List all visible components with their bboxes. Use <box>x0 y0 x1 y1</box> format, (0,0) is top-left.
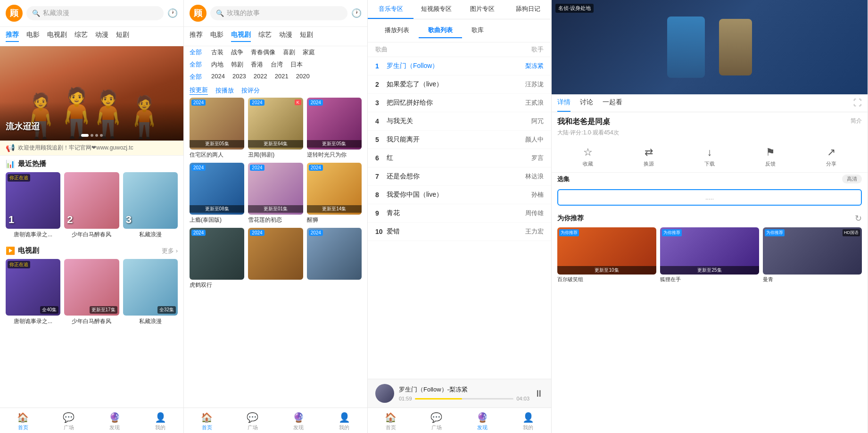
panel2-card-5[interactable]: 2024 更新至01集 雪花莲的初恋 <box>248 163 303 224</box>
panel2-filter-korean[interactable]: 韩剧 <box>231 60 243 69</box>
panel3-song-7[interactable]: 7 还是会想你 林达浪 <box>368 167 551 186</box>
panel1-tab-anime[interactable]: 动漫 <box>95 31 108 42</box>
panel4-tab-discuss[interactable]: 讨论 <box>580 94 593 112</box>
panel2-filter-label-3[interactable]: 全部 <box>190 73 202 81</box>
panel2-sort-play[interactable]: 按播放 <box>215 86 234 95</box>
panel3-tab-photo[interactable]: 图片专区 <box>460 0 505 19</box>
panel2-filter-2021[interactable]: 2021 <box>275 73 289 81</box>
panel1-hot-card-2[interactable]: 2 少年白马醉春风 <box>64 172 119 239</box>
panel1-nav-discover[interactable]: 🔮 发现 <box>92 412 138 431</box>
panel4-intro-label[interactable]: 简介 <box>851 117 862 125</box>
panel4-rec-card-3[interactable]: 为你推荐 HD国语 曼青 <box>763 227 862 283</box>
panel4-video[interactable]: 名侦·设身处地 <box>552 0 868 94</box>
panel2-tab-tv[interactable]: 电视剧 <box>231 31 251 42</box>
panel2-filter-label-1[interactable]: 全部 <box>190 48 202 57</box>
panel2-card-8[interactable]: 2024 <box>248 228 303 289</box>
panel1-tab-tv[interactable]: 电视剧 <box>47 31 67 42</box>
panel2-search-box[interactable]: 🔍 玫瑰的故事 <box>210 6 347 20</box>
panel2-filter-mainland[interactable]: 内地 <box>211 60 223 69</box>
panel2-card-9[interactable]: 2024 <box>307 228 362 289</box>
panel2-card-4[interactable]: 2024 更新至08集 上瘾(泰国版) <box>190 163 244 224</box>
panel2-filter-hk[interactable]: 香港 <box>251 60 263 69</box>
panel4-rec-card-2[interactable]: 为你推荐 更新至25集 狐狸在手 <box>660 227 759 283</box>
panel2-card-2[interactable]: 2024 K 更新至64集 丑闻(韩剧) <box>248 98 303 159</box>
panel3-tab-songlist[interactable]: 歌曲列表 <box>419 23 462 38</box>
panel1-tv-card-1[interactable]: 你正在追 全40集 唐朝诡事录之... <box>6 259 60 325</box>
panel1-nav-square[interactable]: 💬 广场 <box>46 412 91 431</box>
panel3-tab-music[interactable]: 音乐专区 <box>368 0 413 19</box>
panel2-filter-tw[interactable]: 台湾 <box>271 60 283 69</box>
panel4-action-download[interactable]: ↓ 下载 <box>679 146 740 167</box>
panel3-tab-playlist[interactable]: 播放列表 <box>375 23 419 38</box>
panel2-nav-discover[interactable]: 🔮 发现 <box>276 412 322 431</box>
panel4-tab-detail[interactable]: 详情 <box>557 94 570 112</box>
panel3-tab-library[interactable]: 歌库 <box>462 23 493 38</box>
panel4-refresh-icon[interactable]: ↻ <box>855 213 862 224</box>
panel3-song-5[interactable]: 5 我只能离开 颜人中 <box>368 131 551 149</box>
panel3-song-3[interactable]: 3 把回忆拼好给你 王贰浪 <box>368 94 551 112</box>
panel3-player-progress[interactable]: 01:59 04:03 <box>399 396 529 401</box>
panel1-tab-variety[interactable]: 综艺 <box>74 31 88 42</box>
panel1-tab-movie[interactable]: 电影 <box>26 31 40 42</box>
panel2-nav-home[interactable]: 🏠 首页 <box>184 412 230 431</box>
panel2-card-7[interactable]: 2024 虎鹤双行 <box>190 228 244 289</box>
panel4-action-feedback[interactable]: ⚑ 反馈 <box>740 146 801 167</box>
panel3-song-1[interactable]: 1 罗生门（Follow） 梨冻紧 <box>368 57 551 75</box>
panel3-song-6[interactable]: 6 红 罗言 <box>368 149 551 167</box>
panel1-hot-card-1[interactable]: 你正在追 1 唐朝诡事录之... <box>6 172 60 239</box>
panel2-filter-2020[interactable]: 2020 <box>296 73 310 81</box>
panel3-nav-square[interactable]: 💬 广场 <box>413 412 459 431</box>
panel1-clock-icon[interactable]: 🕐 <box>167 8 178 18</box>
panel4-rec-card-1[interactable]: 为你推荐 更新至10集 百尔破笑组 <box>557 227 656 283</box>
panel2-sort-score[interactable]: 按评分 <box>241 86 260 95</box>
panel2-filter-2024[interactable]: 2024 <box>211 73 225 81</box>
panel3-song-2[interactable]: 2 如果爱忘了（live） 汪苏泷 <box>368 75 551 94</box>
panel4-fullscreen-icon[interactable]: ⛶ <box>853 94 862 112</box>
panel3-song-8[interactable]: 8 我爱你中国（live） 孙楠 <box>368 186 551 204</box>
panel2-filter-comedy[interactable]: 喜剧 <box>283 48 295 57</box>
panel2-nav-me[interactable]: 👤 我的 <box>322 412 367 431</box>
panel2-card-6[interactable]: 2024 更新至14集 醒狮 <box>307 163 362 224</box>
panel1-tab-recommend[interactable]: 推荐 <box>6 31 19 42</box>
panel2-tab-movie[interactable]: 电影 <box>210 31 223 42</box>
panel1-hero-banner[interactable]: 🧍 🧍 🧍 🧍 流水迢迢 <box>0 46 183 141</box>
panel3-progress-bar[interactable] <box>415 398 514 400</box>
panel4-action-share[interactable]: ↗ 分享 <box>801 146 862 167</box>
panel1-tab-short[interactable]: 短剧 <box>116 31 129 42</box>
panel3-nav-home[interactable]: 🏠 首页 <box>368 412 413 431</box>
panel1-tv-card-2[interactable]: 更新至17集 少年白马醉春风 <box>64 259 119 325</box>
panel3-pause-btn[interactable]: ⏸ <box>534 388 544 399</box>
panel4-ep-selector[interactable]: ..... <box>557 189 862 206</box>
panel3-nav-me[interactable]: 👤 我的 <box>505 412 551 431</box>
panel2-tab-variety[interactable]: 综艺 <box>258 31 272 42</box>
panel2-filter-ancient[interactable]: 古装 <box>211 48 223 57</box>
panel4-action-collect[interactable]: ☆ 收藏 <box>557 146 618 167</box>
panel1-nav-me[interactable]: 👤 我的 <box>138 412 183 431</box>
panel3-tab-shortvideo[interactable]: 短视频专区 <box>413 0 459 19</box>
panel4-tab-together[interactable]: 一起看 <box>603 94 622 112</box>
panel2-filter-label-2[interactable]: 全部 <box>190 60 202 69</box>
panel2-card-1[interactable]: 2024 更新至05集 住宅区的两人 <box>190 98 244 159</box>
panel4-action-source[interactable]: ⇄ 换源 <box>618 146 679 167</box>
panel3-song-9[interactable]: 9 青花 周传雄 <box>368 204 551 223</box>
panel1-search-box[interactable]: 🔍 私藏浪漫 <box>26 6 164 20</box>
panel2-tab-recommend[interactable]: 推荐 <box>190 31 203 42</box>
panel3-tab-diary[interactable]: 舔狗日记 <box>505 0 551 19</box>
panel2-sort-update[interactable]: 按更新 <box>190 86 208 95</box>
panel2-filter-family[interactable]: 家庭 <box>303 48 315 57</box>
panel1-nav-home[interactable]: 🏠 首页 <box>0 412 46 431</box>
panel2-tab-anime[interactable]: 动漫 <box>279 31 292 42</box>
panel3-nav-discover[interactable]: 🔮 发现 <box>460 412 505 431</box>
panel2-card-3[interactable]: 2024 更新至05集 逆转时光只为你 <box>307 98 362 159</box>
panel2-filter-2023[interactable]: 2023 <box>232 73 246 81</box>
panel2-clock-icon[interactable]: 🕐 <box>351 8 362 18</box>
panel2-filter-2022[interactable]: 2022 <box>254 73 267 81</box>
panel2-nav-square[interactable]: 💬 广场 <box>230 412 275 431</box>
panel3-song-4[interactable]: 4 与我无关 阿冗 <box>368 112 551 131</box>
panel1-tv-card-3[interactable]: 全32集 私藏浪漫 <box>123 259 178 325</box>
panel3-song-10[interactable]: 10 爱错 王力宏 <box>368 223 551 241</box>
panel2-filter-war[interactable]: 战争 <box>231 48 243 57</box>
panel1-tv-more[interactable]: 更多 › <box>162 247 178 255</box>
panel2-tab-short[interactable]: 短剧 <box>300 31 313 42</box>
panel2-filter-jp[interactable]: 日本 <box>290 60 303 69</box>
